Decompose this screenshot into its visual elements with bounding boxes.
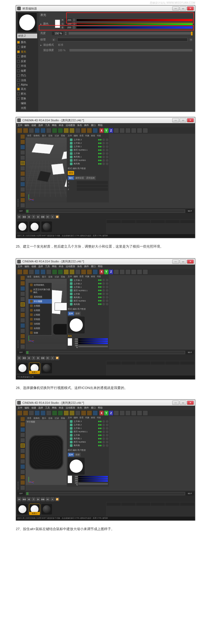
menu-item[interactable]: 文件 — [18, 406, 22, 410]
close-button[interactable]: ✕ — [187, 118, 194, 122]
tool-button[interactable] — [20, 150, 25, 155]
panel-menu-item[interactable]: 对象 — [85, 416, 89, 419]
camera-menu-item[interactable]: 透视视图 — [28, 295, 52, 299]
toolbar-button[interactable] — [114, 128, 119, 133]
attr-tab[interactable]: 柔和选择 — [85, 176, 96, 180]
object-row[interactable]: 挤压 NURBS — [67, 299, 108, 303]
tool-button[interactable] — [20, 155, 25, 160]
material-slot[interactable] — [17, 504, 28, 515]
tool-button[interactable] — [20, 448, 25, 453]
play-button[interactable]: ● — [50, 497, 55, 501]
menu-item[interactable]: 工具 — [45, 265, 50, 268]
right-panel[interactable]: 文件编辑查看对象标签书签 立方体.3立方体.2立方体.1挤压 NURBS.1立方… — [67, 416, 109, 485]
mixstr-slider[interactable] — [69, 49, 193, 52]
menu-item[interactable]: 插件 — [84, 406, 89, 410]
tool-button[interactable] — [20, 198, 25, 202]
panel-menu-item[interactable]: 标签 — [91, 134, 95, 137]
panel-menu-item[interactable]: 文件 — [68, 275, 72, 278]
vp-menu-item[interactable]: 显示 — [42, 417, 46, 420]
close-button[interactable]: ✕ — [187, 401, 194, 405]
tool-button[interactable] — [20, 485, 25, 490]
object-row[interactable]: 奥利奥 — [67, 162, 108, 165]
tool-button[interactable] — [20, 276, 25, 280]
object-row[interactable]: 立方体.1 — [67, 285, 108, 289]
texture-field[interactable] — [57, 38, 188, 41]
material-preview[interactable] — [68, 317, 85, 333]
object-row[interactable]: 立方体.2 — [67, 141, 108, 145]
channel-辉光[interactable]: 辉光 — [17, 91, 37, 96]
vp-menu-item[interactable]: 查看 — [27, 275, 31, 278]
cookie-model[interactable] — [29, 435, 63, 470]
toolbar-button[interactable] — [143, 410, 148, 416]
toolbar-button[interactable] — [58, 269, 63, 275]
toolbar-button[interactable] — [29, 269, 34, 275]
vp-menu-item[interactable]: 选项 — [48, 417, 52, 420]
toolbar[interactable]: XYZ — [16, 269, 195, 275]
r-value[interactable]: 255 — [73, 476, 78, 478]
menu-item[interactable]: 编辑 — [25, 265, 29, 268]
toolbar-button[interactable] — [93, 410, 98, 416]
mixmode-value[interactable]: 标准 — [58, 43, 193, 47]
object-row[interactable]: 挤压 NURBS.1 — [67, 289, 108, 292]
expand-icon[interactable]: ▸ — [40, 44, 42, 47]
menu-item[interactable]: 网格 — [52, 124, 57, 127]
material-slot[interactable] — [41, 363, 52, 373]
toolbar-button[interactable] — [75, 269, 80, 275]
panel-menu-item[interactable]: 标签 — [91, 416, 95, 419]
tool-button[interactable] — [20, 203, 25, 208]
menu-item[interactable]: 运动图形 — [66, 124, 75, 127]
object-row[interactable]: 立方体 — [67, 292, 108, 296]
menu-item[interactable]: 网格 — [52, 265, 57, 268]
object-row[interactable]: 立方体.1 — [67, 427, 108, 430]
toolbar-button[interactable] — [119, 410, 125, 416]
expand-icon[interactable]: ▸ — [40, 22, 42, 25]
object-row[interactable]: 挤压 NURBS — [67, 159, 108, 162]
frame-start[interactable]: 0 F — [17, 492, 25, 495]
vp-menu-item[interactable]: 摄像机 — [33, 134, 40, 137]
vp-menu-item[interactable]: 查看 — [27, 134, 31, 137]
b-slider[interactable] — [78, 480, 108, 482]
play-button[interactable]: ⏸ — [31, 497, 36, 501]
object-row[interactable]: 立方体.2 — [67, 423, 108, 427]
play-button[interactable]: ◀ — [27, 356, 31, 360]
vp-menu-item[interactable]: 过滤 — [55, 417, 59, 420]
maximize-button[interactable]: ▭ — [180, 6, 186, 11]
bright-slider[interactable] — [78, 483, 108, 485]
toolbar-button[interactable] — [40, 269, 46, 275]
play-button[interactable]: ⏭ — [46, 215, 50, 219]
channel-反射[interactable]: 反射 — [17, 59, 37, 64]
toolbar-button[interactable] — [81, 410, 86, 416]
toolbar-button[interactable] — [69, 128, 75, 133]
vp-menu-item[interactable]: 摄像机 — [33, 275, 40, 278]
channel-环境[interactable]: 环境 — [17, 64, 37, 68]
mixstr-value[interactable]: 100 % — [58, 49, 68, 52]
tool-button[interactable] — [20, 438, 25, 443]
material-slot[interactable] — [29, 221, 40, 232]
toolbar-button[interactable] — [64, 269, 69, 275]
toolbar-button[interactable] — [131, 410, 136, 416]
object-row[interactable]: 立方体 — [67, 152, 108, 155]
tool-button[interactable] — [20, 192, 25, 197]
g-slider[interactable] — [78, 340, 108, 342]
menu-item[interactable]: 编辑 — [25, 124, 29, 127]
play-button[interactable]: ⏮ — [17, 215, 21, 219]
minimize-button[interactable]: — — [172, 401, 179, 405]
toolbar-button[interactable] — [58, 410, 63, 416]
g-value[interactable]: 255 — [73, 478, 78, 480]
play-button[interactable]: ◀◀ — [22, 497, 26, 501]
bright-value[interactable]: 150 % — [73, 482, 78, 486]
g-value[interactable]: 255 — [73, 340, 78, 342]
menu-item[interactable]: 选择 — [38, 406, 43, 410]
timeline-track[interactable] — [26, 210, 185, 213]
toolbar-button[interactable] — [52, 269, 57, 275]
toolbar-button[interactable] — [143, 128, 148, 133]
tool-button[interactable] — [20, 318, 25, 323]
toolbar-button[interactable] — [29, 128, 34, 133]
channel-烟雾[interactable]: 烟雾 — [17, 68, 37, 73]
object-row[interactable]: 立方体.3 — [67, 138, 108, 141]
vp-menu-item[interactable]: 显示 — [42, 275, 46, 278]
titlebar[interactable]: 材质编辑器 — ▭ ✕ — [16, 6, 195, 11]
tool-button[interactable] — [20, 161, 25, 165]
tool-button[interactable] — [20, 470, 25, 474]
tool-button[interactable] — [20, 328, 25, 333]
